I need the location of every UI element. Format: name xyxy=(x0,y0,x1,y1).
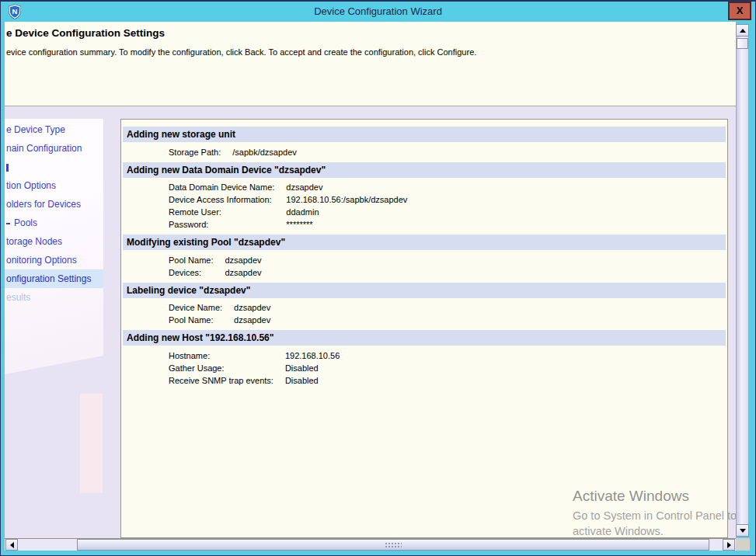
field-value: Disabled xyxy=(285,363,727,374)
section-header: Adding new Data Domain Device "dzsapdev" xyxy=(123,162,726,178)
field-label: Receive SNMP trap events: xyxy=(169,376,273,386)
arrow-right-icon xyxy=(727,542,731,548)
field-value: dzsapdev xyxy=(234,303,727,313)
section-storage-unit: Adding new storage unit Storage Path:/sa… xyxy=(121,127,727,157)
vertical-scrollbar-thumb[interactable] xyxy=(737,38,748,49)
section-header: Labeling device "dzsapdev" xyxy=(123,283,726,298)
wizard-steps-list: e Device Type nain Configuration tion Op… xyxy=(5,120,103,307)
field-label: Devices: xyxy=(169,268,213,278)
sidebar-item-domain-configuration[interactable]: nain Configuration xyxy=(5,139,103,158)
sidebar-item-results[interactable]: esults xyxy=(5,288,103,307)
sidebar-item-label: Pools xyxy=(14,217,37,228)
sidebar-item-label: onfiguration Settings xyxy=(6,273,91,284)
wizard-client-area: e Device Configuration Settings evice co… xyxy=(5,22,750,551)
thumb-grip-icon xyxy=(385,542,402,549)
field-value: 192.168.10.56:/sapbk/dzsapdev xyxy=(286,195,727,205)
clipped-text-fragment xyxy=(6,164,9,172)
section-header: Adding new storage unit xyxy=(123,127,726,142)
sidebar-item-label: nain Configuration xyxy=(6,143,82,154)
field-label: Gather Usage: xyxy=(169,363,273,374)
field-value: dzsapdev xyxy=(225,268,727,278)
field-label: Remote User: xyxy=(169,207,274,217)
sidebar-item-label: onitoring Options xyxy=(6,255,77,266)
sidebar-item-label: tion Options xyxy=(6,180,56,191)
sidebar-item-device-type[interactable]: e Device Type xyxy=(5,120,103,139)
field-label: Hostname: xyxy=(169,351,273,361)
field-value: Disabled xyxy=(285,376,727,386)
sidebar-item-monitoring-options[interactable]: onitoring Options xyxy=(5,251,103,269)
sidebar-item-review-configuration-settings[interactable]: onfiguration Settings xyxy=(5,269,103,288)
scroll-down-button[interactable] xyxy=(736,524,749,537)
field-value: ******** xyxy=(286,220,727,230)
field-value: dzsapdev xyxy=(286,182,727,193)
arrow-up-icon xyxy=(740,29,746,33)
vertical-scrollbar[interactable] xyxy=(736,24,749,537)
close-button[interactable]: X xyxy=(728,2,751,20)
section-header: Modifying existing Pool "dzsapdev" xyxy=(123,235,726,250)
section-header: Adding new Host "192.168.10.56" xyxy=(123,330,726,346)
scroll-up-button[interactable] xyxy=(736,24,749,36)
field-value: /sapbk/dzsapdev xyxy=(232,148,727,158)
section-labeling-device: Labeling device "dzsapdev" Device Name:d… xyxy=(121,283,727,325)
field-label: Password: xyxy=(169,220,274,230)
page-description: evice configuration summary. To modify t… xyxy=(6,47,476,57)
section-data-domain-device: Adding new Data Domain Device "dzsapdev"… xyxy=(121,162,727,230)
configuration-summary-panel: Adding new storage unit Storage Path:/sa… xyxy=(120,119,728,538)
field-label: Storage Path: xyxy=(169,148,221,158)
field-label: Device Access Information: xyxy=(169,195,274,205)
field-label: Pool Name: xyxy=(169,315,222,325)
sidebar-item-label: esults xyxy=(6,292,30,303)
wizard-body: e Device Type nain Configuration tion Op… xyxy=(5,106,736,538)
sidebar-item-storage-nodes[interactable]: torage Nodes xyxy=(5,232,103,251)
page-title: e Device Configuration Settings xyxy=(6,27,165,39)
scrollbar-corner xyxy=(736,538,750,551)
sidebar-item-label: torage Nodes xyxy=(6,236,62,247)
clipped-text-fragment xyxy=(6,223,10,224)
field-value: 192.168.10.56 xyxy=(285,351,727,361)
field-value: dzsapdev xyxy=(234,315,727,325)
horizontal-scrollbar[interactable] xyxy=(5,538,736,551)
field-label: Pool Name: xyxy=(169,255,213,266)
section-add-host: Adding new Host "192.168.10.56" Hostname… xyxy=(121,330,727,385)
section-modify-pool: Modifying existing Pool "dzsapdev" Pool … xyxy=(121,235,727,277)
window-title: Device Configuration Wizard xyxy=(2,2,754,22)
sidebar-item-configuration-options[interactable]: tion Options xyxy=(5,176,103,195)
sidebar-item-pools[interactable]: Pools xyxy=(5,214,103,232)
sidebar-pink-accent xyxy=(80,394,103,493)
field-label: Device Name: xyxy=(169,303,222,313)
scroll-left-button[interactable] xyxy=(5,539,18,551)
arrow-left-icon xyxy=(10,542,14,548)
sidebar-item-folders-for-devices[interactable]: olders for Devices xyxy=(5,195,103,214)
arrow-down-icon xyxy=(740,529,746,533)
sidebar-item-label: olders for Devices xyxy=(6,199,81,210)
field-value: dzsapdev xyxy=(225,255,727,266)
horizontal-scrollbar-thumb[interactable] xyxy=(77,539,709,551)
sidebar-item-clipped[interactable] xyxy=(5,158,103,176)
scroll-right-button[interactable] xyxy=(723,539,735,551)
title-bar[interactable]: N Device Configuration Wizard X xyxy=(2,2,754,22)
wizard-header: e Device Configuration Settings evice co… xyxy=(5,22,736,106)
sidebar-item-label: e Device Type xyxy=(6,124,65,135)
field-value: ddadmin xyxy=(286,207,727,217)
field-label: Data Domain Device Name: xyxy=(169,182,274,193)
device-configuration-wizard-window: N Device Configuration Wizard X e Device… xyxy=(0,0,756,556)
